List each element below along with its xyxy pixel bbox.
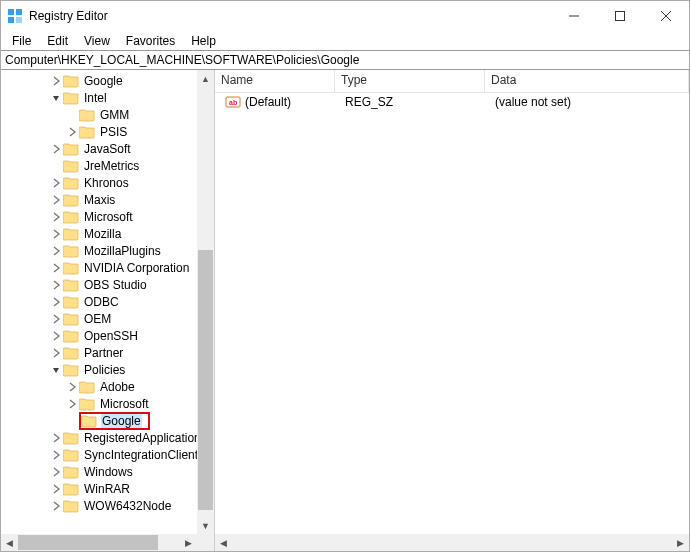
folder-icon bbox=[63, 244, 79, 258]
tree-item[interactable]: Intel bbox=[1, 89, 214, 106]
minimize-button[interactable] bbox=[551, 1, 597, 31]
chevron-right-icon[interactable] bbox=[49, 329, 63, 343]
svg-text:ab: ab bbox=[229, 99, 237, 106]
column-name[interactable]: Name bbox=[215, 70, 335, 92]
tree-horizontal-scrollbar[interactable]: ◀ ▶ bbox=[1, 534, 214, 551]
tree-horizontal-thumb[interactable] bbox=[18, 535, 158, 550]
menu-help[interactable]: Help bbox=[184, 33, 223, 49]
tree-vertical-scrollbar[interactable]: ▲ ▼ bbox=[197, 70, 214, 534]
column-data[interactable]: Data bbox=[485, 70, 689, 92]
menu-edit[interactable]: Edit bbox=[40, 33, 75, 49]
chevron-right-icon[interactable] bbox=[65, 125, 79, 139]
menu-bar: File Edit View Favorites Help bbox=[1, 31, 689, 50]
scroll-right-arrow-icon[interactable]: ▶ bbox=[180, 534, 197, 551]
tree-item[interactable]: NVIDIA Corporation bbox=[1, 259, 214, 276]
registry-tree[interactable]: GoogleIntel GMMPSISJavaSoft JreMetricsKh… bbox=[1, 70, 214, 534]
scroll-down-arrow-icon[interactable]: ▼ bbox=[197, 517, 214, 534]
chevron-right-icon[interactable] bbox=[49, 142, 63, 156]
regedit-icon bbox=[7, 8, 23, 24]
tree-item-label: MozillaPlugins bbox=[83, 244, 162, 258]
chevron-right-icon[interactable] bbox=[65, 380, 79, 394]
chevron-right-icon[interactable] bbox=[49, 227, 63, 241]
chevron-right-icon[interactable] bbox=[49, 448, 63, 462]
chevron-right-icon[interactable] bbox=[49, 261, 63, 275]
scroll-left-arrow-icon[interactable]: ◀ bbox=[215, 534, 232, 551]
chevron-right-icon[interactable] bbox=[49, 312, 63, 326]
tree-item-label: Windows bbox=[83, 465, 134, 479]
chevron-right-icon[interactable] bbox=[49, 482, 63, 496]
tree-vertical-thumb[interactable] bbox=[198, 250, 213, 510]
maximize-button[interactable] bbox=[597, 1, 643, 31]
value-row[interactable]: ab (Default) REG_SZ (value not set) bbox=[215, 93, 689, 111]
tree-item-label: Adobe bbox=[99, 380, 136, 394]
menu-view[interactable]: View bbox=[77, 33, 117, 49]
window-title: Registry Editor bbox=[29, 9, 108, 23]
tree-item-label: JreMetrics bbox=[83, 159, 140, 173]
tree-item[interactable]: Khronos bbox=[1, 174, 214, 191]
chevron-right-icon[interactable] bbox=[49, 465, 63, 479]
title-bar: Registry Editor bbox=[1, 1, 689, 31]
scroll-up-arrow-icon[interactable]: ▲ bbox=[197, 70, 214, 87]
folder-icon bbox=[63, 210, 79, 224]
chevron-right-icon[interactable] bbox=[49, 74, 63, 88]
folder-icon bbox=[63, 448, 79, 462]
tree-item[interactable]: RegisteredApplications bbox=[1, 429, 214, 446]
folder-icon bbox=[63, 346, 79, 360]
folder-icon bbox=[63, 91, 79, 105]
tree-item[interactable]: Adobe bbox=[1, 378, 214, 395]
values-panel: Name Type Data ab (Default) REG_SZ (valu… bbox=[215, 70, 689, 551]
tree-item[interactable]: OEM bbox=[1, 310, 214, 327]
tree-item[interactable]: PSIS bbox=[1, 123, 214, 140]
tree-item[interactable]: Windows bbox=[1, 463, 214, 480]
tree-item[interactable]: Maxis bbox=[1, 191, 214, 208]
chevron-right-icon[interactable] bbox=[49, 244, 63, 258]
column-type[interactable]: Type bbox=[335, 70, 485, 92]
tree-item[interactable]: JreMetrics bbox=[1, 157, 214, 174]
tree-item[interactable]: Microsoft bbox=[1, 208, 214, 225]
folder-icon bbox=[63, 482, 79, 496]
tree-item[interactable]: GMM bbox=[1, 106, 214, 123]
chevron-right-icon[interactable] bbox=[49, 346, 63, 360]
tree-item[interactable]: Microsoft bbox=[1, 395, 214, 412]
menu-favorites[interactable]: Favorites bbox=[119, 33, 182, 49]
tree-item[interactable]: SyncIntegrationClients bbox=[1, 446, 214, 463]
chevron-right-icon[interactable] bbox=[49, 176, 63, 190]
tree-item[interactable]: Partner bbox=[1, 344, 214, 361]
tree-item[interactable]: MozillaPlugins bbox=[1, 242, 214, 259]
chevron-right-icon[interactable] bbox=[49, 210, 63, 224]
chevron-right-icon[interactable] bbox=[49, 431, 63, 445]
address-path: Computer\HKEY_LOCAL_MACHINE\SOFTWARE\Pol… bbox=[5, 53, 359, 67]
tree-item[interactable]: WOW6432Node bbox=[1, 497, 214, 514]
tree-panel: GoogleIntel GMMPSISJavaSoft JreMetricsKh… bbox=[1, 70, 215, 551]
chevron-down-icon[interactable] bbox=[49, 363, 63, 377]
tree-item-label: Intel bbox=[83, 91, 108, 105]
chevron-right-icon[interactable] bbox=[49, 499, 63, 513]
folder-icon bbox=[63, 193, 79, 207]
chevron-right-icon[interactable] bbox=[49, 193, 63, 207]
scroll-left-arrow-icon[interactable]: ◀ bbox=[1, 534, 18, 551]
chevron-right-icon[interactable] bbox=[49, 295, 63, 309]
tree-item[interactable]: JavaSoft bbox=[1, 140, 214, 157]
menu-file[interactable]: File bbox=[5, 33, 38, 49]
tree-item[interactable]: Google bbox=[1, 412, 214, 429]
tree-item[interactable]: Mozilla bbox=[1, 225, 214, 242]
address-bar[interactable]: Computer\HKEY_LOCAL_MACHINE\SOFTWARE\Pol… bbox=[1, 50, 689, 70]
folder-icon bbox=[79, 380, 95, 394]
tree-item[interactable]: OBS Studio bbox=[1, 276, 214, 293]
tree-item[interactable]: WinRAR bbox=[1, 480, 214, 497]
folder-icon bbox=[63, 142, 79, 156]
scroll-right-arrow-icon[interactable]: ▶ bbox=[672, 534, 689, 551]
folder-icon bbox=[63, 295, 79, 309]
chevron-down-icon[interactable] bbox=[49, 91, 63, 105]
tree-item[interactable]: OpenSSH bbox=[1, 327, 214, 344]
close-button[interactable] bbox=[643, 1, 689, 31]
chevron-right-icon[interactable] bbox=[65, 397, 79, 411]
chevron-right-icon[interactable] bbox=[49, 278, 63, 292]
tree-item[interactable]: Policies bbox=[1, 361, 214, 378]
values-horizontal-scrollbar[interactable]: ◀ ▶ bbox=[215, 534, 689, 551]
values-list[interactable]: ab (Default) REG_SZ (value not set) bbox=[215, 93, 689, 534]
tree-item-label: Microsoft bbox=[99, 397, 150, 411]
tree-item-label: OEM bbox=[83, 312, 112, 326]
tree-item[interactable]: Google bbox=[1, 72, 214, 89]
tree-item[interactable]: ODBC bbox=[1, 293, 214, 310]
